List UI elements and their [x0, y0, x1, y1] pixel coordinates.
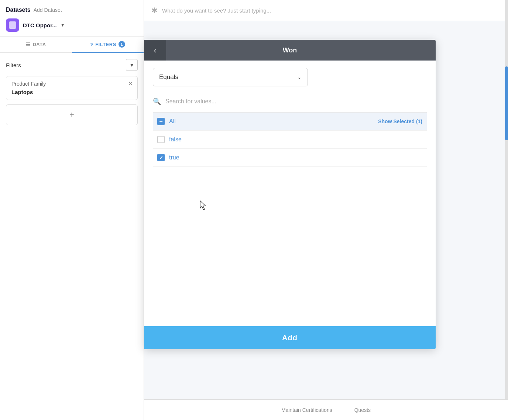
sidebar-header: Datasets Add Dataset DTC Oppor... ▼ [0, 0, 144, 37]
bottom-item-1: Maintain Certifications [281, 407, 332, 413]
all-label: All [169, 118, 378, 125]
search-placeholder-text: Search for values... [165, 98, 216, 105]
dataset-icon [6, 18, 19, 32]
filter-card-label: Product Family [11, 81, 132, 87]
popup-back-button[interactable]: ‹ [144, 40, 166, 61]
product-family-filter-card: Product Family Laptops ✕ [6, 76, 138, 100]
value-list: − All Show Selected (1) false ✓ true [153, 112, 427, 167]
add-button[interactable]: Add [144, 326, 436, 349]
filter-popup: ‹ Won Equals ⌄ 🔍 Search for values... − … [144, 40, 436, 349]
dataset-icon-inner [9, 21, 16, 29]
bottom-bar: Maintain Certifications Quests [144, 399, 508, 420]
datasets-title: Datasets [6, 7, 31, 13]
filters-row: Filters ▼ [6, 59, 138, 71]
dataset-chevron-icon: ▼ [61, 23, 65, 28]
filters-section-title: Filters [6, 62, 21, 68]
popup-title: Won [166, 47, 413, 54]
filter-card-close-icon[interactable]: ✕ [128, 81, 133, 87]
popup-header: ‹ Won [144, 40, 436, 61]
sidebar-tabs: ☰ DATA ▿ FILTERS 1 [0, 37, 144, 53]
add-filter-button[interactable]: + [6, 104, 138, 125]
value-search-bar[interactable]: 🔍 Search for values... [153, 94, 427, 109]
filter-tab-icon: ▿ [90, 42, 93, 47]
filters-section: Filters ▼ Product Family Laptops ✕ + [0, 53, 144, 420]
ai-icon: ✱ [151, 6, 158, 15]
tab-filters-label: FILTERS [95, 42, 116, 47]
scrollbar-thumb [505, 66, 508, 140]
true-value-row[interactable]: ✓ true [153, 149, 427, 167]
add-dataset-button[interactable]: Add Dataset [34, 7, 62, 13]
left-sidebar: Datasets Add Dataset DTC Oppor... ▼ ☰ DA… [0, 0, 144, 420]
operator-dropdown[interactable]: Equals ⌄ [153, 68, 308, 86]
popup-body: Equals ⌄ 🔍 Search for values... − All Sh… [144, 61, 436, 326]
tab-data[interactable]: ☰ DATA [0, 37, 72, 52]
false-label: false [169, 136, 422, 143]
data-tab-icon: ☰ [26, 42, 31, 47]
datasets-row: Datasets Add Dataset [6, 7, 138, 13]
show-selected-button[interactable]: Show Selected (1) [378, 118, 422, 124]
right-scrollbar[interactable] [505, 0, 508, 420]
search-icon: 🔍 [153, 97, 161, 106]
false-value-row[interactable]: false [153, 131, 427, 149]
all-value-row[interactable]: − All Show Selected (1) [153, 113, 427, 131]
checkmark-icon: ✓ [159, 155, 163, 161]
filters-count-badge: 1 [119, 41, 125, 48]
tab-data-label: DATA [32, 42, 46, 47]
filter-card-value: Laptops [11, 89, 132, 95]
search-hint: What do you want to see? Just start typi… [162, 7, 271, 14]
operator-label: Equals [159, 73, 178, 81]
true-checkbox[interactable]: ✓ [157, 154, 165, 161]
bottom-item-2: Quests [354, 407, 371, 413]
filter-dropdown-button[interactable]: ▼ [126, 59, 138, 71]
all-checkbox[interactable]: − [157, 118, 165, 125]
tab-filters[interactable]: ▿ FILTERS 1 [72, 37, 144, 53]
minus-icon: − [159, 118, 162, 124]
true-label: true [169, 154, 422, 161]
main-top-bar: ✱ What do you want to see? Just start ty… [144, 0, 508, 21]
dataset-selector[interactable]: DTC Oppor... ▼ [6, 18, 138, 32]
false-checkbox[interactable] [157, 136, 165, 143]
back-arrow-icon: ‹ [154, 46, 157, 55]
operator-chevron-icon: ⌄ [297, 74, 302, 80]
dataset-name: DTC Oppor... [23, 22, 57, 28]
add-filter-icon: + [69, 110, 74, 120]
